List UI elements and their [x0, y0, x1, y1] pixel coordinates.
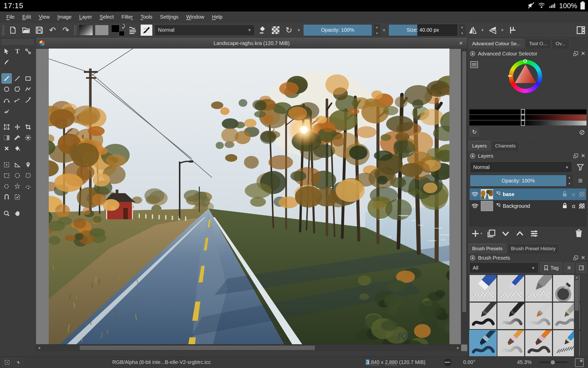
- preset-grid-scrollbar[interactable]: ▲: [574, 275, 580, 368]
- mirror-vertical-button[interactable]: [467, 25, 478, 36]
- brush-preset-ink-brush[interactable]: [525, 330, 552, 357]
- transform-tool[interactable]: [2, 122, 12, 132]
- splitter-handle[interactable]: · · · · · ·: [468, 239, 588, 243]
- onion-skin-icon[interactable]: [495, 203, 501, 209]
- toolbox-handle[interactable]: [2, 39, 34, 45]
- brush-preset-blender-blur[interactable]: [525, 275, 552, 302]
- canvas-vertical-scrollbar[interactable]: [461, 49, 467, 344]
- scroll-right-arrow[interactable]: ►: [455, 346, 461, 350]
- ellipse-tool[interactable]: [2, 84, 12, 94]
- list-view-button[interactable]: ≡: [564, 263, 574, 273]
- crop-tool[interactable]: [23, 122, 33, 132]
- close-docker-icon[interactable]: ✕: [581, 153, 585, 159]
- layer-thumbnail[interactable]: [481, 189, 493, 199]
- layer-name[interactable]: base: [503, 191, 514, 197]
- magnetic-select-tool[interactable]: [2, 192, 12, 202]
- gradient-chooser[interactable]: [79, 25, 93, 36]
- fg-bg-color-swatch[interactable]: ⤸: [111, 24, 125, 36]
- menu-tools[interactable]: Tools: [137, 13, 156, 21]
- docker-lock-icon[interactable]: [470, 51, 475, 56]
- layer-row-background[interactable]: Backgroundα: [470, 200, 586, 212]
- redo-button[interactable]: ↷: [60, 25, 71, 36]
- select-shapes-tool[interactable]: [2, 46, 12, 56]
- fill-tool[interactable]: [12, 143, 22, 154]
- value-strip-1[interactable]: [469, 109, 586, 114]
- pattern-chooser[interactable]: [95, 25, 109, 36]
- new-document-button[interactable]: [7, 25, 18, 36]
- tab-channels[interactable]: Channels: [491, 141, 519, 151]
- menu-select[interactable]: Select: [96, 13, 118, 21]
- inherit-alpha-icon[interactable]: [579, 203, 585, 209]
- assistants-tool[interactable]: [2, 160, 12, 170]
- refresh-colors-button[interactable]: ↻: [470, 128, 479, 136]
- ellipse-select-tool[interactable]: [12, 170, 22, 181]
- enclose-select-tool[interactable]: [12, 192, 22, 202]
- close-docker-icon[interactable]: ✕: [581, 255, 585, 261]
- menu-layer[interactable]: Layer: [75, 13, 96, 21]
- reload-preset-button[interactable]: ↻: [283, 25, 295, 36]
- reference-images-tool[interactable]: [23, 160, 33, 170]
- similar-color-select-tool[interactable]: [12, 181, 22, 191]
- zoom-percent-text[interactable]: 45.3%: [517, 359, 532, 365]
- menu-file[interactable]: File: [3, 13, 18, 21]
- canvas-painting[interactable]: (Q: [49, 49, 449, 348]
- brush-preset-ink-pen-silver[interactable]: [525, 302, 552, 329]
- opacity-slider[interactable]: Opacity: 100%: [303, 24, 372, 36]
- selection-mode-button[interactable]: [3, 358, 12, 367]
- layer-blending-combo[interactable]: Normal▼: [470, 162, 572, 173]
- size-spinner[interactable]: ▲▼: [459, 25, 465, 36]
- dynamic-brush-tool[interactable]: [23, 95, 33, 105]
- brush-preset-basic-brush[interactable]: [469, 330, 497, 357]
- duplicate-layer-button[interactable]: [485, 228, 498, 239]
- onion-skin-icon[interactable]: [495, 191, 501, 198]
- docker-lock-icon[interactable]: [470, 153, 475, 159]
- docker-lock-icon[interactable]: [470, 255, 475, 261]
- document-close-button[interactable]: ×: [459, 40, 463, 47]
- freehand-path-tool[interactable]: [12, 95, 22, 105]
- menu-view[interactable]: View: [35, 13, 54, 21]
- measure-tool[interactable]: [12, 160, 22, 170]
- layer-options-menu-icon[interactable]: ≡: [575, 176, 586, 185]
- tab-ov-[interactable]: Ov...: [552, 39, 569, 49]
- freehand-brush-tool[interactable]: [2, 73, 12, 84]
- tag-button[interactable]: Tag: [541, 262, 562, 273]
- float-docker-icon[interactable]: [573, 153, 578, 158]
- menu-image[interactable]: Image: [54, 13, 76, 21]
- edit-shapes-tool[interactable]: [23, 46, 33, 56]
- zoom-tool[interactable]: [2, 208, 12, 218]
- mirror-horizontal-button[interactable]: [487, 25, 498, 36]
- alpha-lock-icon[interactable]: α: [572, 191, 575, 198]
- scroll-left-arrow[interactable]: ◄: [36, 346, 42, 350]
- color-sampler-tool[interactable]: [12, 133, 22, 143]
- zoom-slider[interactable]: [539, 362, 567, 363]
- value-strip-3[interactable]: [469, 121, 586, 125]
- layer-lock-icon[interactable]: [561, 190, 568, 198]
- layer-name[interactable]: Background: [503, 203, 530, 209]
- layer-row-base[interactable]: baseα: [470, 188, 586, 200]
- zoom-slider-knob[interactable]: [550, 360, 555, 365]
- add-layer-button[interactable]: ▼: [470, 228, 484, 239]
- colorize-mask-tool[interactable]: [23, 133, 33, 143]
- polygon-select-tool[interactable]: [23, 170, 33, 181]
- freehand-select-tool[interactable]: [2, 181, 12, 191]
- brush-preset-blender-brush[interactable]: [497, 330, 524, 357]
- menu-edit[interactable]: Edit: [18, 13, 35, 21]
- delete-layer-button[interactable]: [572, 228, 585, 239]
- float-docker-icon[interactable]: [573, 255, 578, 260]
- tab-layers[interactable]: Layers: [468, 141, 491, 151]
- brush-preset-eraser-soft[interactable]: [469, 275, 497, 302]
- document-titlebar[interactable]: Landscape-raghu.kra (120.7 MiB) ×: [36, 38, 467, 49]
- save-button[interactable]: [34, 25, 45, 36]
- detail-view-button[interactable]: [576, 263, 586, 273]
- move-layer-up-button[interactable]: [513, 228, 526, 239]
- no-color-icon[interactable]: ⊘: [579, 128, 585, 136]
- opacity-spinner[interactable]: ▲▼: [374, 25, 380, 36]
- pan-tool[interactable]: [12, 208, 22, 218]
- rotation-dial-icon[interactable]: [443, 358, 452, 367]
- alpha-lock-icon[interactable]: α: [572, 203, 575, 209]
- menu-help[interactable]: Help: [208, 13, 226, 21]
- line-tool[interactable]: [12, 73, 22, 84]
- value-strip-2[interactable]: [469, 115, 586, 120]
- layer-thumbnail[interactable]: [481, 201, 493, 211]
- gradient-tool[interactable]: [2, 133, 12, 143]
